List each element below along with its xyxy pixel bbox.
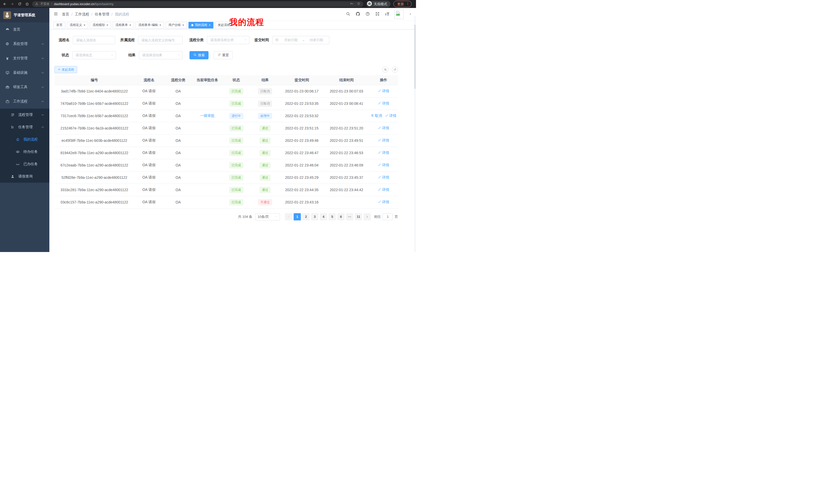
owner-process-label: 所属流程 [120, 38, 135, 43]
sidebar-item-2[interactable]: ¥支付管理 [0, 51, 49, 65]
tab-label: 用户分组 [168, 23, 181, 27]
close-icon[interactable]: × [83, 24, 85, 27]
close-icon[interactable]: × [106, 24, 108, 27]
sidebar-item-11[interactable]: 请假查询 [0, 170, 49, 183]
caret-down-icon[interactable] [409, 12, 412, 17]
breadcrumb-separator: / [72, 12, 73, 17]
current-task-link[interactable]: 一级审批 [200, 114, 214, 118]
goto-suffix: 页 [395, 215, 398, 219]
sidebar-item-10[interactable]: 已办任务 [0, 158, 49, 170]
action-detail-link[interactable]: 详情 [378, 200, 389, 204]
close-icon[interactable]: × [209, 24, 211, 27]
action-detail-link[interactable]: 详情 [378, 150, 389, 155]
sidebar-item-6[interactable]: 流程管理 [0, 109, 49, 121]
search-icon[interactable] [346, 11, 350, 17]
breadcrumb-item[interactable]: 工作流程 [75, 12, 89, 17]
url-bar[interactable]: 不安全 dashboard.yudao.iocoder.cn/bpm/task/… [32, 1, 363, 7]
tab-4[interactable]: 流程表单-编辑× [135, 22, 164, 29]
page-button-2[interactable]: 2 [302, 213, 310, 220]
cell-category: OA [164, 159, 192, 171]
action-detail-link[interactable]: 详情 [378, 175, 389, 180]
chevron-down-icon [41, 113, 45, 117]
status-tag: 已完成 [229, 88, 243, 94]
home-icon[interactable] [25, 2, 29, 6]
cell-process-id: 67c2eaab-7b9a-11ec-a290-acde48001122 [54, 159, 134, 171]
tab-3[interactable]: 流程表单× [113, 22, 134, 29]
create-process-button[interactable]: 发起流程 [54, 66, 77, 73]
back-icon[interactable] [2, 2, 7, 6]
owner-process-input[interactable] [138, 36, 183, 44]
tab-1[interactable]: 流程定义× [67, 22, 88, 29]
forward-icon[interactable] [10, 2, 15, 6]
close-icon[interactable]: × [129, 24, 131, 27]
sidebar-item-4[interactable]: 研发工具 [0, 80, 49, 94]
close-icon[interactable]: × [159, 24, 161, 27]
url-text: dashboard.yudao.iocoder.cn/bpm/task/my [54, 2, 113, 6]
avatar[interactable] [394, 10, 404, 19]
tab-0[interactable]: 首页 [53, 22, 65, 29]
process-name-input[interactable] [73, 36, 115, 44]
sidebar-item-3[interactable]: 基础设施 [0, 65, 49, 80]
sidebar-item-8[interactable]: 我的流程 [0, 133, 49, 146]
breadcrumb-item[interactable]: 任务管理 [95, 12, 109, 17]
cell-status: 已完成 [222, 184, 251, 196]
fullscreen-icon[interactable] [375, 11, 380, 17]
scrollbar[interactable] [414, 16, 416, 252]
goto-page-input[interactable] [383, 214, 393, 220]
dots-vertical-icon[interactable] [406, 2, 410, 6]
page-button-5[interactable]: 5 [329, 213, 336, 220]
cell-process-id: 7470a810-7b9b-11ec-b5b7-acde48001122 [54, 97, 134, 110]
prev-page-button[interactable] [285, 213, 292, 220]
end-date-placeholder[interactable]: 结束日期 [306, 38, 327, 43]
tab-label: 流程模型 [93, 23, 105, 27]
search-button[interactable]: 搜索 [189, 51, 209, 59]
action-detail-link[interactable]: 详情 [378, 163, 389, 167]
action-detail-link[interactable]: 详情 [378, 188, 389, 192]
github-icon[interactable] [356, 11, 360, 17]
reset-button[interactable]: 重置 [214, 51, 233, 59]
breadcrumb-item[interactable]: 首页 [62, 12, 69, 17]
star-icon[interactable] [357, 2, 361, 6]
page-button-6[interactable]: 6 [337, 213, 344, 220]
tab-2[interactable]: 流程模型× [90, 22, 111, 29]
next-page-button[interactable] [364, 213, 371, 220]
font-size-icon[interactable]: TT [385, 12, 389, 17]
action-detail-link[interactable]: 详情 [378, 126, 389, 131]
category-select[interactable]: 请选择流程分类 [207, 36, 250, 44]
sidebar-logo[interactable]: 芋道管理系统 [0, 8, 49, 22]
action-cancel-link[interactable]: 取消 [371, 114, 382, 118]
tab-5[interactable]: 用户分组× [165, 22, 187, 29]
help-icon[interactable] [365, 11, 370, 17]
sidebar-item-0[interactable]: 首页 [0, 22, 49, 37]
action-detail-link[interactable]: 详情 [378, 138, 389, 143]
submit-time-range-picker[interactable]: 开始日期 - 结束日期 [272, 36, 329, 44]
cell-category: OA [164, 85, 192, 97]
close-icon[interactable]: × [182, 24, 184, 27]
workflow-icon [10, 125, 15, 129]
hamburger-icon[interactable] [53, 11, 58, 17]
result-tag: 通过 [260, 138, 270, 144]
page-button-1[interactable]: 1 [294, 213, 301, 220]
sidebar-item-1[interactable]: ⚙系统管理 [0, 37, 49, 51]
action-detail-link[interactable]: 详情 [385, 114, 396, 118]
show-search-button[interactable] [382, 66, 389, 73]
page-size-select[interactable]: 10条/页 [255, 213, 280, 220]
start-date-placeholder[interactable]: 开始日期 [281, 38, 301, 43]
sidebar-item-9[interactable]: 待办任务 [0, 146, 49, 158]
reload-icon[interactable] [17, 2, 22, 6]
browser-update-button[interactable]: 更新 [393, 1, 412, 7]
page-button-4[interactable]: 4 [320, 213, 327, 220]
sidebar-item-5[interactable]: 工作流程 [0, 94, 49, 109]
page-ellipsis[interactable]: ··· [346, 213, 353, 220]
action-detail-link[interactable]: 详情 [378, 101, 389, 106]
key-icon[interactable] [350, 2, 354, 6]
page-button-3[interactable]: 3 [311, 213, 318, 220]
page-button-11[interactable]: 11 [355, 213, 362, 220]
result-select[interactable]: 请选择流结果 [139, 51, 183, 59]
scrollbar-thumb[interactable] [414, 25, 416, 89]
refresh-list-button[interactable] [392, 66, 398, 73]
sidebar-item-7[interactable]: 任务管理 [0, 121, 49, 133]
status-select[interactable]: 请选择状态 [72, 51, 116, 59]
action-detail-link[interactable]: 详情 [378, 89, 389, 93]
tab-6[interactable]: 我的流程× [188, 22, 213, 29]
